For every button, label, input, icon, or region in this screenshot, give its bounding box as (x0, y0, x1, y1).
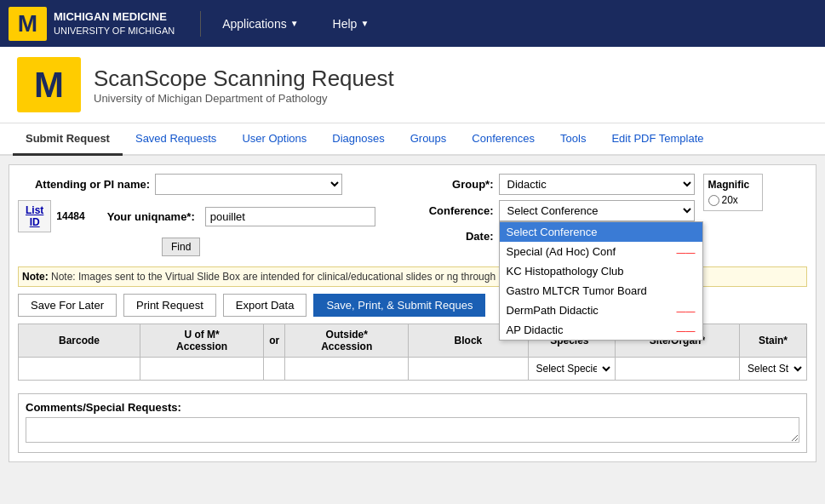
attending-label: Attending or PI name: (18, 178, 150, 191)
conference-option-dermpath[interactable]: DermPath Didactic —— (500, 301, 702, 320)
outside-accession-input[interactable] (287, 360, 406, 377)
ap-flag-icon: —— (677, 325, 696, 335)
attending-row: Attending or PI name: (18, 174, 409, 195)
list-id-label[interactable]: ListID (26, 204, 43, 228)
top-navigation: M MICHIGAN MEDICINE UNIVERSITY OF MICHIG… (0, 0, 825, 47)
group-row: Group*: Didactic (417, 174, 695, 195)
magnification-20x-label: 20x (722, 194, 738, 206)
dermpath-flag-icon: —— (677, 306, 696, 316)
group-conference-date: Group*: Didactic Conference: Select Conf… (417, 174, 695, 251)
table-row: Select Species Select Sta (19, 358, 807, 381)
right-form-section: Group*: Didactic Conference: Select Conf… (417, 174, 808, 251)
find-button[interactable]: Find (162, 238, 200, 256)
help-dropdown-arrow-icon: ▼ (360, 19, 369, 28)
save-submit-button[interactable]: Save, Print, & Submit Reques (313, 294, 485, 317)
uofm-accession-input[interactable] (142, 360, 261, 377)
page-subtitle: University of Michigan Department of Pat… (94, 92, 394, 105)
logo-text: MICHIGAN MEDICINE UNIVERSITY OF MICHIGAN (54, 9, 175, 38)
logo-block: M MICHIGAN MEDICINE UNIVERSITY OF MICHIG… (9, 7, 175, 41)
nav-divider (200, 11, 201, 37)
col-stain: Stain* (739, 324, 806, 358)
col-barcode: Barcode (19, 324, 140, 358)
main-content: Attending or PI name: ListID 14484 Your … (9, 164, 816, 462)
tab-submit-request[interactable]: Submit Request (13, 123, 123, 156)
help-menu[interactable]: Help ▼ (324, 13, 378, 35)
group-select[interactable]: Didactic (499, 174, 695, 195)
export-data-button[interactable]: Export Data (223, 294, 307, 317)
tab-bar: Submit Request Saved Requests User Optio… (0, 123, 825, 156)
left-form-section: Attending or PI name: ListID 14484 Your … (18, 174, 409, 261)
save-later-button[interactable]: Save For Later (18, 294, 117, 317)
attending-select[interactable] (155, 174, 342, 195)
find-row: Find (158, 238, 409, 256)
applications-menu[interactable]: Applications ▼ (214, 13, 307, 35)
barcode-input[interactable] (20, 360, 138, 377)
logo-m-icon: M (9, 7, 47, 41)
species-select[interactable]: Select Species (530, 359, 613, 378)
header-text-block: ScanScope Scanning Request University of… (94, 66, 394, 105)
conference-option-ap[interactable]: AP Didactic —— (500, 320, 702, 340)
or-cell (264, 358, 285, 381)
conference-label: Conference: (417, 204, 494, 217)
conference-dropdown-list: Select Conference Special (Ad Hoc) Conf … (499, 221, 703, 341)
tab-saved-requests[interactable]: Saved Requests (123, 123, 229, 156)
col-outside-accession: Outside*Accession (285, 324, 409, 358)
magnification-label: Magnific (708, 179, 758, 191)
magnification-20x-radio[interactable] (708, 195, 719, 206)
comments-section: Comments/Special Requests: (18, 393, 807, 453)
col-or: or (264, 324, 285, 358)
sub-logo-m-icon: M (17, 57, 81, 112)
special-flag-icon: —— (677, 247, 696, 257)
conference-option-gastro[interactable]: Gastro MLTCR Tumor Board (500, 281, 702, 301)
stain-select[interactable]: Select Sta (742, 359, 805, 378)
tab-user-options[interactable]: User Options (229, 123, 319, 156)
apps-dropdown-arrow-icon: ▼ (290, 19, 299, 28)
magnification-20x-option[interactable]: 20x (708, 194, 758, 206)
list-id-block: ListID (18, 200, 51, 232)
tab-groups[interactable]: Groups (398, 123, 460, 156)
list-id-value: 14484 (56, 210, 84, 222)
conference-option-special[interactable]: Special (Ad Hoc) Conf —— (500, 242, 702, 261)
conference-select[interactable]: Select Conference (499, 200, 695, 221)
print-request-button[interactable]: Print Request (123, 294, 216, 317)
siteorgan-input[interactable] (617, 360, 737, 377)
block-input[interactable] (410, 360, 525, 377)
sub-header: M ScanScope Scanning Request University … (0, 47, 825, 123)
col-uofm-accession: U of M*Accession (140, 324, 263, 358)
conference-row: Conference: Select Conference Select Con… (417, 200, 695, 221)
tab-edit-pdf-template[interactable]: Edit PDF Template (599, 123, 716, 156)
magnification-section: Magnific 20x (703, 174, 763, 211)
tab-diagnoses[interactable]: Diagnoses (319, 123, 397, 156)
page-title: ScanScope Scanning Request (94, 66, 394, 92)
uniqname-input[interactable]: pouillet (205, 207, 375, 226)
comments-textarea[interactable] (26, 417, 799, 443)
group-label: Group*: (417, 178, 494, 191)
tab-conferences[interactable]: Conferences (459, 123, 547, 156)
tab-tools[interactable]: Tools (547, 123, 599, 156)
uniqname-label: Your uniqname*: (107, 210, 195, 223)
conference-option-kc[interactable]: KC Histopathology Club (500, 261, 702, 281)
conference-option-select[interactable]: Select Conference (500, 222, 702, 242)
conference-dropdown-container: Select Conference Select Conference Spec… (499, 200, 695, 221)
date-label: Date: (417, 230, 494, 243)
listid-uniqname-row: ListID 14484 Your uniqname*: pouillet (18, 200, 409, 232)
comments-label: Comments/Special Requests: (26, 401, 181, 414)
